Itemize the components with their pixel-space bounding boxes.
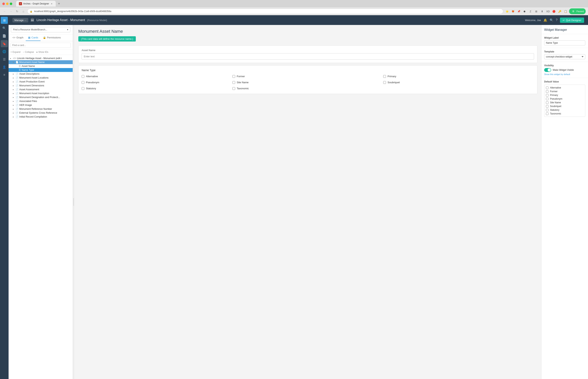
minimize-button[interactable] xyxy=(6,2,9,5)
checkbox-input-pseudonym[interactable] xyxy=(82,81,84,84)
show-default-link[interactable]: Show this widget by default xyxy=(544,73,585,76)
checkbox-statutory[interactable]: Statutory xyxy=(82,86,232,91)
search-header-icon[interactable]: 🔍 xyxy=(550,18,554,22)
forward-button[interactable]: → xyxy=(9,9,13,14)
default-value-primary[interactable]: Primary xyxy=(546,94,584,96)
user-avatar: D xyxy=(571,9,576,14)
ext8[interactable]: 🔴 xyxy=(552,9,556,14)
checkbox-pseudonym[interactable]: Pseudonym xyxy=(82,80,232,85)
resize-handle[interactable] xyxy=(73,25,75,379)
default-value-site-name[interactable]: Site Name xyxy=(546,101,584,104)
checkbox-input-soubriquet[interactable] xyxy=(383,81,386,84)
ext6[interactable]: ⬇ xyxy=(540,9,544,14)
dv-checkbox-pseudonym[interactable] xyxy=(546,98,548,100)
dv-checkbox-statutory[interactable] xyxy=(546,109,548,111)
ext10[interactable]: 📋 xyxy=(563,9,568,14)
checkbox-input-alternative[interactable] xyxy=(82,75,84,78)
tree-item-asset-name[interactable]: ☰ Asset Name xyxy=(9,64,73,68)
tree-item-monument-asset-locations[interactable]: ▸ 📄 Monument Asset Locations xyxy=(9,76,73,80)
default-value-soubriquet[interactable]: Soubriquet xyxy=(546,105,584,108)
refresh-button[interactable]: ↻ xyxy=(15,9,19,14)
tree-item-asset-production-event[interactable]: ▸ 📄 Asset Production Event xyxy=(9,80,73,84)
expand-button[interactable]: + Expand xyxy=(11,51,20,53)
dv-checkbox-primary[interactable] xyxy=(546,94,548,96)
ext3[interactable]: ⏺ xyxy=(522,9,527,14)
settings-icon[interactable]: ≡ xyxy=(1,71,8,78)
default-value-taxonomic[interactable]: Taxonomic xyxy=(546,112,584,115)
checkbox-input-former[interactable] xyxy=(232,75,235,78)
tree-item-monument-asset-name[interactable]: ▾ 📄 Monument Asset Name xyxy=(9,60,73,64)
dv-checkbox-site-name[interactable] xyxy=(546,101,548,104)
back-button[interactable]: ← xyxy=(2,9,7,14)
tree-item-monument-asset-inscription[interactable]: ▸ 📄 Monument Asset Inscription xyxy=(9,92,73,95)
asset-name-input[interactable] xyxy=(82,53,534,60)
default-value-alternative[interactable]: Alternative xyxy=(546,86,584,89)
tree-item-her-image[interactable]: ▸ 📄 HER Image xyxy=(9,103,73,107)
tree-item-associated-files[interactable]: ▸ 📄 Associated Files xyxy=(9,99,73,103)
ext9[interactable]: 🔑 xyxy=(558,9,562,14)
visibility-toggle[interactable] xyxy=(544,68,551,72)
ext1[interactable]: 🦊 xyxy=(511,9,515,14)
tree-item-monument-reference-number[interactable]: ▸ 📄 Monument Reference Number xyxy=(9,107,73,111)
ext7[interactable]: XD xyxy=(546,9,550,14)
document-icon[interactable]: 📄 xyxy=(1,32,8,39)
tree-item-initial-record[interactable]: ▸ 📄 Initial Record Compilation xyxy=(9,115,73,119)
checkbox-primary[interactable]: Primary xyxy=(383,74,534,79)
cards-tab-icon: ▦ xyxy=(28,36,30,39)
checkbox-alternative[interactable]: Alternative xyxy=(82,74,232,79)
close-button[interactable] xyxy=(2,2,5,5)
checkbox-taxonomic[interactable]: Taxonomic xyxy=(232,86,383,91)
checkbox-site-name[interactable]: Site Name xyxy=(232,80,383,85)
tab-cards[interactable]: ▦ Cards xyxy=(26,34,41,41)
tree-item-asset-descriptions[interactable]: ▸ 📄 Asset Descriptions xyxy=(9,72,73,76)
collapse-button[interactable]: − Collapse xyxy=(23,51,34,53)
dv-checkbox-soubriquet[interactable] xyxy=(546,105,548,108)
extensions-btn[interactable]: ⭐ xyxy=(505,9,510,14)
dv-checkbox-taxonomic[interactable] xyxy=(546,112,548,115)
checkbox-former[interactable]: Former xyxy=(232,74,383,79)
resource-model-dropdown[interactable]: Find a Resource Model/Branch... ▾ xyxy=(11,27,70,32)
list-icon[interactable]: ☰ xyxy=(1,56,8,63)
widget-label-input[interactable] xyxy=(544,40,585,46)
checkbox-soubriquet[interactable]: Soubriquet xyxy=(383,80,534,85)
checkbox-input-taxonomic[interactable] xyxy=(232,87,235,90)
paused-button[interactable]: D Paused xyxy=(569,8,586,14)
url-bar[interactable]: 🔒 localhost:8081/graph_designer/e4b3562b… xyxy=(27,9,503,14)
manage-button[interactable]: Manage ··· xyxy=(13,18,28,22)
home-icon[interactable]: ⊞ xyxy=(1,17,8,24)
ext5[interactable]: ⊞ xyxy=(534,9,539,14)
tree-item-monument-designation[interactable]: ▸ 📄 Monument Designation and Protecti... xyxy=(9,95,73,99)
globe-icon[interactable]: 🌐 xyxy=(1,48,8,55)
browser-tab[interactable]: A Arches - Graph Designer ✕ xyxy=(16,1,56,7)
search-icon[interactable]: 🔍 xyxy=(1,25,8,32)
maximize-button[interactable] xyxy=(10,2,12,5)
tab-graph[interactable]: <> Graph xyxy=(10,34,26,41)
dv-checkbox-former[interactable] xyxy=(546,90,548,93)
tree-item-asset-assessment[interactable]: ▸ 📄 Asset Assessment xyxy=(9,88,73,92)
template-select[interactable]: concept-checkbox-widget xyxy=(544,54,585,59)
tab-permissions[interactable]: 🔒 Permissions xyxy=(41,34,63,41)
bookmark-icon[interactable]: 🔖 xyxy=(1,40,8,47)
help-icon[interactable]: ? xyxy=(556,18,558,22)
show-ids-button[interactable]: ● Show IDs xyxy=(36,51,48,53)
default-value-pseudonym[interactable]: Pseudonym xyxy=(546,97,584,100)
default-value-former[interactable]: Former xyxy=(546,90,584,93)
ext2[interactable]: 📌 xyxy=(516,9,521,14)
tree-item-root[interactable]: ▸ </> Lincoln Heritage Asset - Monument … xyxy=(9,56,73,60)
checkbox-input-primary[interactable] xyxy=(383,75,386,78)
quit-designer-button[interactable]: ↩ Quit Designer xyxy=(560,17,584,23)
tree-item-external-systems[interactable]: ▸ 📄 External Systems Cross Reference xyxy=(9,111,73,115)
card-search-input[interactable] xyxy=(11,43,71,48)
person-icon[interactable]: 👤 xyxy=(1,63,8,71)
tab-close-button[interactable]: ✕ xyxy=(50,2,53,5)
bell-icon[interactable]: 🔔 xyxy=(543,18,547,22)
home-button[interactable]: ⌂ xyxy=(21,9,26,14)
default-value-statutory[interactable]: Statutory xyxy=(546,109,584,111)
checkbox-input-statutory[interactable] xyxy=(82,87,84,90)
new-tab-button[interactable]: + xyxy=(57,1,61,6)
tree-item-monument-dimensions[interactable]: ▸ 📄 Monument Dimensions xyxy=(9,84,73,88)
checkbox-input-site-name[interactable] xyxy=(232,81,235,84)
ext4[interactable]: Z xyxy=(528,9,533,14)
dv-checkbox-alternative[interactable] xyxy=(546,87,548,89)
tree-item-name-type[interactable]: ☰ Name Type xyxy=(9,68,73,72)
